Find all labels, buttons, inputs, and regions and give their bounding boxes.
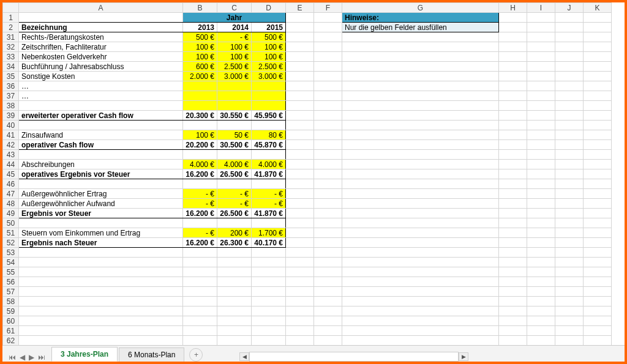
cell[interactable]	[527, 72, 555, 81]
value-cell[interactable]: 20.300 €	[183, 111, 217, 121]
row-label[interactable]: Abschreibungen	[19, 160, 183, 169]
jahr-header[interactable]: Jahr	[183, 13, 286, 23]
cell[interactable]	[314, 209, 342, 218]
cell[interactable]	[286, 326, 314, 336]
cell[interactable]	[286, 169, 314, 179]
cell[interactable]	[527, 160, 555, 169]
cell[interactable]	[314, 218, 342, 228]
cell[interactable]	[286, 306, 314, 316]
cell[interactable]	[527, 101, 555, 111]
cell[interactable]	[555, 326, 584, 336]
value-cell[interactable]: 16.200 €	[183, 169, 217, 179]
value-cell[interactable]: 100 €	[217, 42, 252, 52]
tab-nav-next-icon[interactable]: ▶	[28, 353, 36, 362]
value-cell[interactable]: 45.870 €	[252, 140, 286, 150]
cell[interactable]	[252, 306, 286, 316]
cell[interactable]	[314, 199, 342, 209]
cell[interactable]	[342, 248, 499, 258]
cell[interactable]	[527, 81, 555, 91]
table-row[interactable]: 32Zeitschriften, Fachliteratur100 €100 €…	[3, 42, 612, 52]
cell[interactable]	[584, 72, 612, 81]
cell[interactable]	[19, 13, 183, 23]
value-cell[interactable]: 16.200 €	[183, 209, 217, 218]
value-cell[interactable]: 26.300 €	[217, 238, 252, 248]
cell[interactable]	[527, 91, 555, 101]
cell[interactable]	[555, 140, 584, 150]
cell[interactable]	[555, 160, 584, 169]
value-cell[interactable]: - €	[217, 32, 252, 42]
cell[interactable]	[252, 267, 286, 277]
cell[interactable]	[555, 130, 584, 140]
cell[interactable]	[286, 42, 314, 52]
cell[interactable]	[499, 150, 527, 160]
value-cell[interactable]	[252, 101, 286, 111]
cell[interactable]	[555, 179, 584, 189]
cell[interactable]	[499, 121, 527, 130]
table-row[interactable]: 37…	[3, 91, 612, 101]
row-label[interactable]	[19, 218, 183, 228]
cell[interactable]	[19, 316, 183, 326]
cell[interactable]	[286, 32, 314, 42]
cell[interactable]	[584, 218, 612, 228]
cell[interactable]	[314, 248, 342, 258]
cell[interactable]	[342, 297, 499, 306]
cell[interactable]	[527, 209, 555, 218]
value-cell[interactable]: 100 €	[183, 42, 217, 52]
value-cell[interactable]: 16.200 €	[183, 238, 217, 248]
table-row[interactable]: 56	[3, 277, 612, 287]
value-cell[interactable]	[183, 150, 217, 160]
cell[interactable]	[527, 169, 555, 179]
cell[interactable]	[555, 336, 584, 346]
value-cell[interactable]: 100 €	[183, 52, 217, 62]
row-label[interactable]: Ergebnis nach Steuer	[19, 238, 183, 248]
cell[interactable]	[314, 228, 342, 238]
table-row[interactable]: 53	[3, 248, 612, 258]
cell[interactable]	[286, 72, 314, 81]
cell[interactable]	[286, 62, 314, 72]
value-cell[interactable]: 200 €	[217, 228, 252, 238]
cell[interactable]	[555, 277, 584, 287]
cell[interactable]	[342, 81, 499, 91]
cell[interactable]	[286, 160, 314, 169]
cell[interactable]	[252, 326, 286, 336]
cell[interactable]	[19, 267, 183, 277]
cell[interactable]	[286, 130, 314, 140]
cell[interactable]	[527, 316, 555, 326]
row-header[interactable]: 62	[3, 336, 19, 346]
cell[interactable]	[527, 150, 555, 160]
row-label[interactable]: operativer Cash flow	[19, 140, 183, 150]
horizontal-scrollbar[interactable]	[249, 352, 459, 362]
cell[interactable]	[342, 91, 499, 101]
row-header[interactable]: 50	[3, 218, 19, 228]
cell[interactable]	[555, 306, 584, 316]
table-row[interactable]: 41Zinsaufwand100 €50 €80 €	[3, 130, 612, 140]
value-cell[interactable]	[217, 101, 252, 111]
value-cell[interactable]: - €	[183, 228, 217, 238]
cell[interactable]	[314, 287, 342, 297]
cell[interactable]	[584, 287, 612, 297]
cell[interactable]	[286, 238, 314, 248]
cell[interactable]	[183, 306, 217, 316]
table-row[interactable]: 59	[3, 306, 612, 316]
cell[interactable]	[499, 169, 527, 179]
col-J[interactable]: J	[555, 3, 584, 13]
cell[interactable]	[217, 267, 252, 277]
cell[interactable]	[555, 199, 584, 209]
spreadsheet-grid[interactable]: A B C D E F G H I J K 1 Jahr Hinweise: 2…	[2, 2, 612, 346]
value-cell[interactable]: - €	[217, 189, 252, 199]
cell[interactable]	[286, 140, 314, 150]
row-header[interactable]: 37	[3, 91, 19, 101]
cell[interactable]	[217, 277, 252, 287]
table-row[interactable]: 34Buchführung / Jahresabschluss600 €2.50…	[3, 62, 612, 72]
cell[interactable]	[286, 209, 314, 218]
cell[interactable]	[527, 32, 555, 42]
row-label[interactable]: Buchführung / Jahresabschluss	[19, 62, 183, 72]
row-label[interactable]: Rechts-/Beratungskosten	[19, 32, 183, 42]
cell[interactable]	[342, 140, 499, 150]
value-cell[interactable]: 3.000 €	[217, 72, 252, 81]
cell[interactable]	[342, 287, 499, 297]
cell[interactable]	[555, 121, 584, 130]
cell[interactable]	[286, 81, 314, 91]
cell[interactable]	[314, 169, 342, 179]
cell[interactable]	[499, 277, 527, 287]
